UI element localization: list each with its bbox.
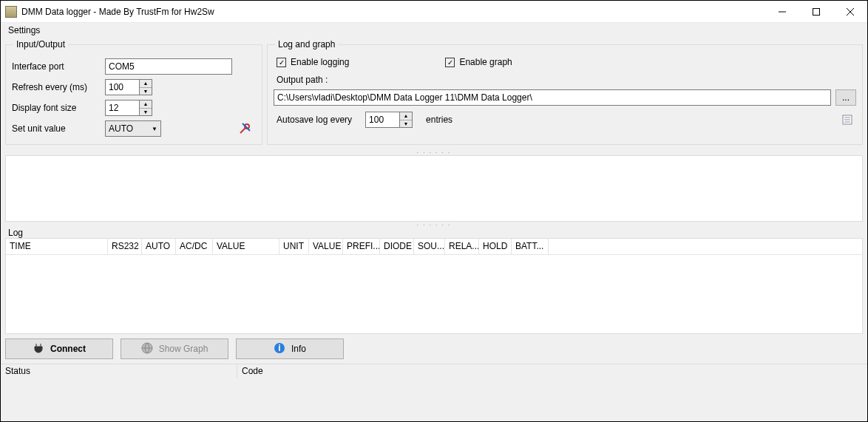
font-down-icon[interactable]: ▼: [140, 109, 152, 116]
enable-graph-label: Enable graph: [459, 57, 512, 67]
interface-port-input[interactable]: [105, 58, 232, 75]
status-label: Status: [1, 364, 237, 378]
column-header[interactable]: TIME: [6, 239, 108, 254]
close-button[interactable]: [833, 1, 867, 22]
display-area: [5, 155, 863, 222]
chevron-down-icon: ▼: [152, 126, 157, 132]
column-header[interactable]: UNIT: [279, 239, 309, 254]
statusbar: Status Code: [1, 364, 867, 378]
enable-graph-checkbox[interactable]: ✓ Enable graph: [445, 57, 512, 67]
check-icon: ✓: [277, 58, 286, 67]
log-graph-panel: Log and graph ✓ Enable logging ✓ Enable …: [267, 39, 863, 145]
connect-button[interactable]: Connect: [5, 338, 113, 359]
column-header[interactable]: AC/DC: [176, 239, 213, 254]
output-path-input[interactable]: [274, 89, 831, 106]
entries-label: entries: [426, 115, 452, 125]
plug-icon: [33, 342, 44, 356]
column-header[interactable]: BATT...: [512, 239, 549, 254]
input-output-panel: Input/Output Interface port Refresh ever…: [5, 39, 262, 145]
column-header[interactable]: RS232: [108, 239, 142, 254]
info-icon: i: [274, 342, 285, 356]
connect-label: Connect: [50, 344, 86, 354]
refresh-down-icon[interactable]: ▼: [140, 88, 152, 95]
unit-label: Set unit value: [12, 123, 105, 134]
minimize-button[interactable]: [765, 1, 799, 22]
font-size-input[interactable]: [105, 100, 139, 116]
titlebar: DMM Data logger - Made By TrustFm for Hw…: [1, 1, 867, 23]
log-legend: Log: [5, 228, 863, 238]
enable-logging-checkbox[interactable]: ✓ Enable logging: [277, 57, 349, 67]
column-header[interactable]: HOLD: [479, 239, 512, 254]
svg-text:i: i: [278, 343, 280, 353]
column-header[interactable]: RELA...: [445, 239, 479, 254]
notes-icon[interactable]: [838, 112, 856, 128]
font-up-icon[interactable]: ▲: [140, 101, 152, 109]
interface-port-label: Interface port: [12, 61, 105, 72]
autosave-spinner[interactable]: ▲▼: [365, 112, 413, 128]
unit-combo[interactable]: AUTO ▼: [105, 120, 161, 137]
enable-logging-label: Enable logging: [291, 57, 349, 67]
splitter-grip[interactable]: · · · · · ·: [5, 222, 863, 228]
column-header[interactable]: VALUE: [309, 239, 343, 254]
autosave-down-icon[interactable]: ▼: [400, 120, 412, 128]
column-header[interactable]: PREFI...: [343, 239, 380, 254]
window-title: DMM Data logger - Made By TrustFm for Hw…: [21, 7, 765, 17]
app-icon: [5, 6, 17, 18]
refresh-input[interactable]: [105, 79, 139, 95]
browse-button[interactable]: ...: [835, 89, 856, 106]
font-size-spinner[interactable]: ▲▼: [105, 100, 152, 116]
globe-icon: [141, 342, 153, 356]
autosave-up-icon[interactable]: ▲: [400, 112, 412, 120]
io-legend: Input/Output: [13, 39, 68, 50]
show-graph-button[interactable]: Show Graph: [121, 338, 228, 359]
splitter-grip[interactable]: · · · · · ·: [5, 149, 863, 155]
menu-settings[interactable]: Settings: [5, 25, 43, 35]
autosave-label: Autosave log every: [277, 115, 352, 125]
tools-icon[interactable]: [238, 120, 253, 137]
column-header[interactable]: VALUE: [213, 239, 279, 254]
output-path-label: Output path :: [274, 75, 856, 85]
refresh-label: Refresh every (ms): [12, 82, 105, 92]
svg-rect-1: [813, 8, 820, 15]
autosave-input[interactable]: [365, 112, 399, 128]
show-graph-label: Show Graph: [159, 344, 208, 354]
code-label: Code: [237, 364, 867, 378]
font-size-label: Display font size: [12, 103, 105, 113]
refresh-up-icon[interactable]: ▲: [140, 80, 152, 88]
maximize-button[interactable]: [799, 1, 833, 22]
menubar: Settings: [1, 23, 867, 37]
log-table[interactable]: TIMERS232AUTOAC/DCVALUEUNITVALUEPREFI...…: [5, 238, 863, 334]
info-label: Info: [291, 344, 306, 354]
check-icon: ✓: [445, 58, 455, 67]
column-header[interactable]: AUTO: [142, 239, 176, 254]
loggraph-legend: Log and graph: [275, 39, 338, 50]
unit-value: AUTO: [109, 123, 133, 134]
column-header[interactable]: SOU...: [414, 239, 445, 254]
refresh-spinner[interactable]: ▲▼: [105, 79, 152, 95]
info-button[interactable]: i Info: [236, 338, 344, 359]
column-header[interactable]: DIODE: [380, 239, 414, 254]
